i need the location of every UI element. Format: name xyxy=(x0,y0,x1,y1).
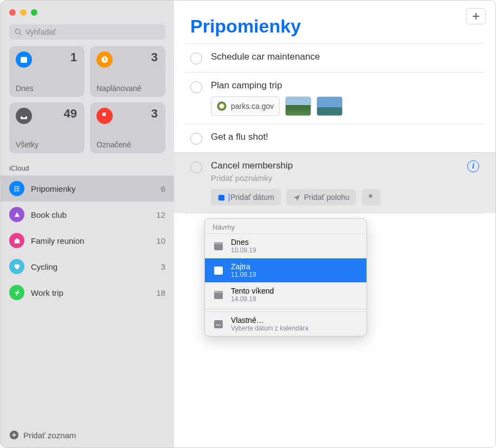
house-icon xyxy=(9,233,24,248)
suggestion-title: Zajtra xyxy=(231,262,256,271)
smart-list-all[interactable]: 49 Všetky xyxy=(9,102,85,153)
smart-list-count: 1 xyxy=(70,50,77,64)
window-controls xyxy=(9,9,37,16)
smart-list-count: 49 xyxy=(64,107,77,121)
heart-icon xyxy=(9,259,24,274)
list-title: Pripomienky xyxy=(174,1,495,43)
sidebar-list-cycling[interactable]: Cycling 3 xyxy=(1,254,174,280)
sidebar-list-bookclub[interactable]: Book club 12 xyxy=(1,202,174,228)
smart-list-label: Naplánované xyxy=(96,84,159,93)
sidebar: Vyhľadať 1 Dnes 3 Naplánované xyxy=(1,1,174,447)
plus-circle-icon xyxy=(9,430,19,440)
sidebar-list-reminders[interactable]: Pripomienky 6 xyxy=(1,176,174,202)
reminder-item[interactable]: Plan camping trip parks.ca.gov xyxy=(185,72,485,124)
attachments-row: parks.ca.gov xyxy=(211,96,479,116)
section-header-icloud: iCloud xyxy=(1,162,174,176)
list-count: 3 xyxy=(161,262,165,271)
date-suggestions-popover: Návrhy Dnes 10.09.19 Zajtra 11.09.19 Ten… xyxy=(204,218,367,336)
suggestion-tomorrow[interactable]: Zajtra 11.09.19 xyxy=(205,258,366,282)
svg-rect-16 xyxy=(214,320,223,328)
smart-list-today[interactable]: 1 Dnes xyxy=(9,46,85,97)
add-list-button[interactable]: Pridať zoznam xyxy=(1,423,174,447)
add-location-label: Pridať polohu xyxy=(304,193,350,202)
reminder-title: Schedule car maintenance xyxy=(211,51,479,62)
suggestion-title: Tento víkend xyxy=(231,287,274,295)
sidebar-list-worktrip[interactable]: Work trip 18 xyxy=(1,280,174,306)
complete-checkbox[interactable] xyxy=(190,161,202,173)
suggestion-weekend[interactable]: Tento víkend 14.09.19 xyxy=(205,282,366,307)
calendar-icon xyxy=(212,264,224,276)
svg-rect-11 xyxy=(214,242,223,244)
smart-list-label: Označené xyxy=(96,140,159,149)
smart-list-count: 3 xyxy=(151,107,158,121)
svg-rect-7 xyxy=(16,190,20,191)
svg-rect-13 xyxy=(214,267,223,269)
divider xyxy=(205,309,366,309)
minimize-window-button[interactable] xyxy=(20,9,27,16)
quick-actions-row: Pridať dátum Pridať polohu xyxy=(211,189,467,205)
svg-point-19 xyxy=(220,324,221,326)
svg-point-18 xyxy=(218,324,219,326)
list-count: 6 xyxy=(161,184,165,193)
reminder-notes-placeholder[interactable]: Pridať poznámky xyxy=(211,173,467,183)
calendar-icon xyxy=(217,193,226,202)
suggestion-date: 14.09.19 xyxy=(231,295,274,303)
add-flag-button[interactable] xyxy=(362,189,381,205)
url-attachment[interactable]: parks.ca.gov xyxy=(211,96,280,116)
svg-rect-3 xyxy=(16,186,20,187)
list-count: 18 xyxy=(156,288,165,297)
location-icon xyxy=(293,193,301,202)
flag-icon xyxy=(367,193,375,202)
add-date-label: Pridať dátum xyxy=(230,193,274,202)
suggestion-custom[interactable]: Vlastné… Vyberte dátum z kalendára xyxy=(205,311,366,336)
add-location-button[interactable]: Pridať polohu xyxy=(286,189,356,205)
list-bullet-icon xyxy=(9,181,24,196)
tray-icon xyxy=(16,108,32,124)
smart-list-label: Dnes xyxy=(16,84,78,93)
search-placeholder: Vyhľadať xyxy=(25,28,56,36)
info-button[interactable]: i xyxy=(467,160,479,172)
svg-point-17 xyxy=(216,324,217,326)
complete-checkbox[interactable] xyxy=(190,133,202,145)
add-reminder-button[interactable] xyxy=(466,8,486,24)
reminder-title[interactable]: Cancel membership xyxy=(211,160,467,171)
favicon-icon xyxy=(217,101,227,111)
calendar-icon xyxy=(212,240,224,252)
sidebar-list-family[interactable]: Family reunion 10 xyxy=(1,228,174,254)
add-date-button[interactable]: Pridať dátum xyxy=(211,189,281,205)
image-attachment[interactable] xyxy=(285,96,311,116)
complete-checkbox[interactable] xyxy=(190,53,202,64)
reminder-item-editing[interactable]: Cancel membership Pridať poznámky Pridať… xyxy=(174,152,495,213)
search-input[interactable]: Vyhľadať xyxy=(9,24,165,40)
svg-rect-15 xyxy=(214,291,223,293)
list-name: Pripomienky xyxy=(31,184,161,193)
url-text: parks.ca.gov xyxy=(231,102,274,111)
suggestion-date: 10.09.19 xyxy=(231,246,256,254)
clock-icon xyxy=(96,51,113,68)
search-icon xyxy=(15,28,22,36)
smart-list-count: 3 xyxy=(151,50,158,64)
suggestion-subtitle: Vyberte dátum z kalendára xyxy=(231,324,308,332)
smart-list-scheduled[interactable]: 3 Naplánované xyxy=(90,46,165,97)
close-window-button[interactable] xyxy=(9,9,16,16)
calendar-ellipsis-icon xyxy=(212,318,224,330)
plane-icon xyxy=(9,285,24,300)
flag-icon xyxy=(96,108,113,124)
complete-checkbox[interactable] xyxy=(190,81,202,93)
add-list-label: Pridať zoznam xyxy=(23,431,76,440)
list-name: Work trip xyxy=(31,288,156,297)
calendar-today-icon xyxy=(16,51,32,68)
svg-rect-5 xyxy=(16,188,20,189)
svg-point-6 xyxy=(14,190,15,191)
suggestion-today[interactable]: Dnes 10.09.19 xyxy=(205,233,366,258)
suggestion-title: Dnes xyxy=(231,238,256,246)
image-attachment[interactable] xyxy=(317,96,343,116)
smart-lists-grid: 1 Dnes 3 Naplánované 49 Všetky xyxy=(1,46,174,162)
reminder-item[interactable]: Schedule car maintenance xyxy=(185,43,485,72)
svg-point-2 xyxy=(14,186,15,187)
reminder-item[interactable]: Get a flu shot! xyxy=(185,124,485,152)
reminder-title: Get a flu shot! xyxy=(211,132,479,142)
suggestion-title: Vlastné… xyxy=(231,316,308,324)
smart-list-flagged[interactable]: 3 Označené xyxy=(90,102,165,153)
fullscreen-window-button[interactable] xyxy=(31,9,37,16)
